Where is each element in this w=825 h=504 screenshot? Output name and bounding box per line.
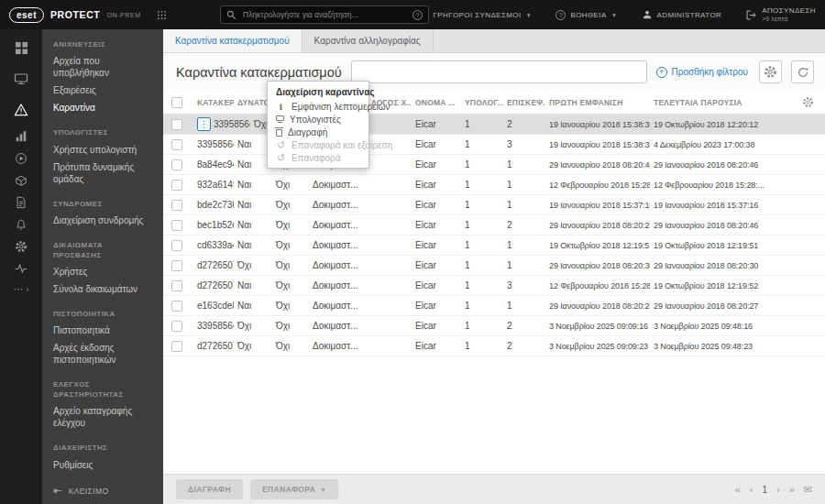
- select-all-checkbox[interactable]: [171, 97, 182, 108]
- sidebar-item[interactable]: Διαχείριση συνδρομής: [42, 212, 163, 229]
- sidebar-item[interactable]: Σύνολα δικαιωμάτων: [42, 280, 163, 298]
- row-checkbox[interactable]: [171, 180, 182, 191]
- product-name: PROTECT: [50, 9, 100, 20]
- table-row[interactable]: bec1b52d...ΝαιΌχιΔοκιμαστ...Eicar1229 Ια…: [163, 215, 825, 236]
- help-menu[interactable]: ? ΒΟΗΘΕΙΑ ▼: [556, 10, 617, 20]
- sidebar-item[interactable]: Εξαιρέσεις: [42, 82, 163, 99]
- sidebar-item[interactable]: Αρχείο καταγραφής ελέγχου: [42, 402, 163, 432]
- delete-button[interactable]: ΔΙΑΓΡΑΦΗ: [176, 479, 243, 499]
- table-row[interactable]: e163cde8...ΝαιΌχιΔοκιμαστ...Eicar1129 Ια…: [163, 296, 825, 316]
- rail-reports[interactable]: [0, 126, 42, 148]
- restore-button[interactable]: ΕΠΑΝΑΦΟΡΑ ▼: [250, 479, 338, 499]
- gear-icon[interactable]: [802, 96, 814, 108]
- table-row[interactable]: bde2c736...ΝαιΌχιΔοκιμαστ...Eicar1119 Ια…: [163, 195, 825, 215]
- rail-computers[interactable]: [0, 63, 42, 94]
- row-checkbox[interactable]: [171, 119, 182, 130]
- sidebar-item[interactable]: Ρυθμίσεις: [42, 456, 163, 474]
- sidebar-item[interactable]: Χρήστες υπολογιστή: [42, 141, 163, 159]
- column-header[interactable]: ΥΠΟΛΟΓ...: [461, 98, 503, 107]
- table-settings-button[interactable]: [759, 60, 782, 83]
- next-page-button[interactable]: ›: [776, 484, 780, 495]
- rail-settings[interactable]: [0, 236, 42, 257]
- table-row[interactable]: d2726507...ΌχιΌχιΔοκιμαστ...Eicar1129 Ια…: [163, 256, 825, 276]
- info-icon: i: [276, 102, 286, 112]
- row-select-cell: [163, 159, 193, 170]
- row-checkbox[interactable]: [171, 260, 182, 271]
- sidebar: ΑΝΙΧΝΕΥΣΕΙΣΑρχεία που υποβλήθηκανΕξαιρέσ…: [42, 29, 163, 504]
- row-checkbox[interactable]: [171, 159, 182, 170]
- column-header[interactable]: ΠΡΩΤΗ ΕΜΦΑΝΙΣΗ: [545, 98, 650, 107]
- row-checkbox[interactable]: [171, 139, 182, 150]
- sidebar-item[interactable]: Πιστοποιητικά: [42, 322, 163, 339]
- context-menu-item[interactable]: Υπολογιστές: [268, 113, 368, 126]
- column-header[interactable]: ΟΝΟΜΑ ...: [412, 98, 461, 107]
- tab-quarantine-mail[interactable]: Καραντίνα αλληλογραφίας: [302, 29, 434, 52]
- user-menu[interactable]: ADMINISTRATOR: [642, 9, 722, 20]
- row-checkbox[interactable]: [171, 200, 182, 211]
- cell-computers: 1: [461, 240, 503, 250]
- table-row[interactable]: ⋮3395856c...ΌχιΌχιΔοκιμαστ...Eicar1219 Ι…: [163, 115, 825, 135]
- logout-button[interactable]: ΑΠΟΣΥΝΔΕΣΗ >9 λεπτά: [745, 6, 816, 24]
- sidebar-item[interactable]: Αρχές έκδοσης πιστοποιητικών: [42, 339, 163, 368]
- row-checkbox[interactable]: [171, 321, 182, 332]
- rail-policies[interactable]: [0, 192, 42, 214]
- context-menu-item[interactable]: iΕμφάνιση λεπτομερειών: [268, 100, 368, 113]
- rail-status-overview[interactable]: [0, 257, 42, 279]
- row-checkbox[interactable]: [171, 220, 182, 231]
- sidebar-item[interactable]: Αρχεία που υποβλήθηκαν: [42, 52, 163, 82]
- rail-tasks[interactable]: [0, 148, 42, 170]
- prev-page-button[interactable]: ‹: [750, 484, 754, 495]
- search-input[interactable]: [241, 9, 408, 20]
- table-row[interactable]: d2726507...ΝαιΌχιΔοκιμαστ...Eicar1312 Φε…: [163, 276, 825, 296]
- column-header[interactable]: ΚΑΤΑΚΕΡ...: [193, 98, 234, 107]
- apps-grid-icon[interactable]: [157, 10, 167, 20]
- tab-quarantine-hash[interactable]: Καραντίνα κατακερματισμού: [163, 29, 302, 52]
- cell-name: Eicar: [412, 280, 461, 290]
- cell-hash: cd6339a4...: [193, 240, 234, 250]
- context-menu-item[interactable]: Διαγραφή: [268, 126, 368, 138]
- quick-links-menu[interactable]: ΓΡΗΓΟΡΟΙ ΣΥΝΔΕΣΜΟΙ ▼: [433, 11, 532, 19]
- table-row[interactable]: 932a614f6...ΝαιΌχιΔοκιμαστ...Eicar1112 Φ…: [163, 175, 825, 195]
- sidebar-close-button[interactable]: ⇤ ΚΛΕΙΣΙΜΟ: [53, 486, 109, 496]
- notifications-icon: [15, 218, 28, 231]
- table-row[interactable]: d2726507...ΌχιΌχιΔοκιμαστ...Eicar123 Νοε…: [163, 336, 825, 356]
- rail-more[interactable]: ⋯ ›: [14, 283, 29, 295]
- table-row[interactable]: 3395856c...ΝαιΌχιΔοκιμαστ...Eicar1319 Ια…: [163, 135, 825, 155]
- column-header[interactable]: ΤΕΛΕΥΤΑΙΑ ΠΑΡΟΥΣΙΑ: [650, 98, 787, 107]
- context-menu-item: ↺Επαναφορά: [268, 151, 368, 164]
- row-checkbox[interactable]: [171, 240, 182, 251]
- cell-first_seen: 12 Φεβρουαρίου 2018 15:28:...: [545, 281, 650, 290]
- last-page-button[interactable]: »: [789, 484, 795, 495]
- sidebar-item[interactable]: Καραντίνα: [42, 99, 163, 116]
- logout-timer: >9 λεπτά: [762, 16, 816, 24]
- cell-name: Eicar: [412, 260, 461, 270]
- sidebar-item[interactable]: Χρήστες: [42, 263, 163, 280]
- help-label: ΒΟΗΘΕΙΑ: [570, 11, 606, 19]
- export-button[interactable]: ✉: [804, 484, 812, 496]
- row-actions-button[interactable]: ⋮: [197, 117, 211, 131]
- column-header[interactable]: ΕΠΙΣΚΕΨ...: [503, 98, 545, 107]
- rail-dashboard[interactable]: [0, 32, 42, 63]
- cell-flags: Δοκιμαστ...: [309, 220, 368, 230]
- row-checkbox[interactable]: [171, 341, 182, 352]
- first-page-button[interactable]: «: [735, 484, 741, 495]
- product-edition: ON-PREM: [106, 12, 140, 18]
- rail-detections[interactable]: [0, 94, 42, 126]
- filter-input[interactable]: [351, 60, 647, 83]
- sidebar-sections: ΑΝΙΧΝΕΥΣΕΙΣΑρχεία που υποβλήθηκανΕξαιρέσ…: [42, 37, 163, 474]
- table-row[interactable]: 3395856c...ΌχιΌχιΔοκιμαστ...Eicar123 Νοε…: [163, 316, 825, 336]
- rail-installers[interactable]: [0, 170, 42, 192]
- refresh-button[interactable]: [791, 60, 814, 83]
- table-row[interactable]: 8a84ec94...ΝαιΌχιΔοκιμαστ...Eicar1129 Ια…: [163, 155, 825, 175]
- cell-hash: 8a84ec94...: [193, 159, 234, 170]
- page-number: 1: [762, 485, 767, 495]
- logout-icon: [745, 9, 757, 21]
- dashboard-icon: [15, 41, 28, 55]
- row-checkbox[interactable]: [171, 280, 182, 291]
- search-help-icon[interactable]: ?: [412, 10, 423, 20]
- row-checkbox[interactable]: [171, 301, 182, 312]
- sidebar-item[interactable]: Πρότυπα δυναμικής ομάδας: [42, 159, 163, 188]
- add-filter-button[interactable]: + Προσθήκη φίλτρου: [656, 67, 748, 78]
- table-row[interactable]: cd6339a4...ΝαιΌχιΔοκιμαστ...Eicar1119 Οκ…: [163, 236, 825, 256]
- rail-notifications[interactable]: [0, 214, 42, 236]
